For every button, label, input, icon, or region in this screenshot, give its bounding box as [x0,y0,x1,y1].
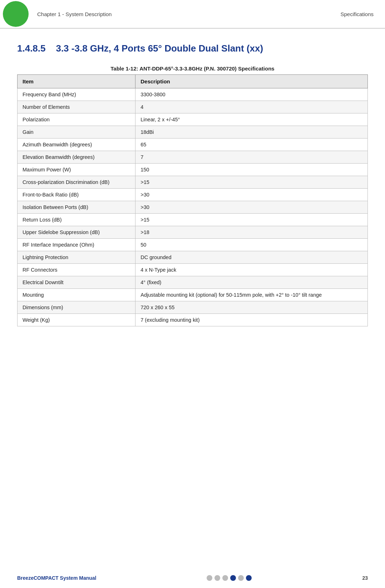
footer-dot [207,575,212,581]
table-cell-description: Adjustable mounting kit (optional) for 5… [135,289,368,301]
section-title: 1.4.8.5 3.3 -3.8 GHz, 4 Ports 65° Double… [17,43,368,54]
table-cell-item: Weight (Kg) [18,314,135,326]
table-cell-item: Front-to-Back Ratio (dB) [18,189,135,201]
table-row: MountingAdjustable mounting kit (optiona… [18,289,368,301]
table-row: Maximum Power (W)150 [18,164,368,176]
table-cell-item: Azimuth Beamwidth (degrees) [18,139,135,151]
footer-dot [222,575,228,581]
table-cell-item: RF Interface Impedance (Ohm) [18,239,135,251]
footer-dot [214,575,220,581]
table-cell-item: Elevation Beamwidth (degrees) [18,151,135,164]
table-row: PolarizationLinear, 2 x +/-45° [18,113,368,126]
table-cell-item: Electrical Downtilt [18,276,135,289]
table-cell-description: 720 x 260 x 55 [135,301,368,314]
table-cell-description: 7 (excluding mounting kit) [135,314,368,326]
table-cell-description: 50 [135,239,368,251]
table-cell-description: >18 [135,226,368,239]
table-cell-description: 3300-3800 [135,88,368,101]
table-cell-description: DC grounded [135,251,368,264]
table-caption: Table 1-12: ANT-DDP-65°-3.3-3.8GHz (P.N.… [17,65,368,72]
table-cell-description: 7 [135,151,368,164]
footer-dot [246,575,252,581]
table-cell-description: 18dBi [135,126,368,139]
table-cell-description: >15 [135,176,368,189]
table-cell-item: Frequency Band (MHz) [18,88,135,101]
table-cell-item: Cross-polarization Discrimination (dB) [18,176,135,189]
footer-page: 23 [362,575,368,581]
table-cell-item: Polarization [18,113,135,126]
header-left: Chapter 1 - System Description [0,1,112,27]
page-header: Chapter 1 - System Description Specifica… [0,0,385,29]
footer-dots [207,575,252,581]
table-row: Azimuth Beamwidth (degrees)65 [18,139,368,151]
table-cell-description: 150 [135,164,368,176]
table-row: Dimensions (mm)720 x 260 x 55 [18,301,368,314]
logo-circle [3,1,29,27]
col-item: Item [18,75,135,88]
footer-dot [230,575,236,581]
table-row: Electrical Downtilt4° (fixed) [18,276,368,289]
table-row: Front-to-Back Ratio (dB)>30 [18,189,368,201]
table-cell-description: 4° (fixed) [135,276,368,289]
table-row: Return Loss (dB)>15 [18,214,368,226]
table-cell-item: Number of Elements [18,101,135,113]
footer-brand: BreezeCOMPACT System Manual [17,575,96,581]
table-row: Frequency Band (MHz)3300-3800 [18,88,368,101]
table-cell-description: >30 [135,201,368,214]
table-row: RF Connectors4 x N-Type jack [18,264,368,276]
table-cell-item: Isolation Between Ports (dB) [18,201,135,214]
header-section: Specifications [340,11,374,17]
table-cell-item: Dimensions (mm) [18,301,135,314]
table-row: Elevation Beamwidth (degrees)7 [18,151,368,164]
table-cell-item: RF Connectors [18,264,135,276]
table-cell-item: Return Loss (dB) [18,214,135,226]
table-cell-item: Maximum Power (W) [18,164,135,176]
table-row: Lightning ProtectionDC grounded [18,251,368,264]
table-cell-description: Linear, 2 x +/-45° [135,113,368,126]
table-cell-item: Mounting [18,289,135,301]
spec-table: Item Description Frequency Band (MHz)330… [17,74,368,326]
footer-dot [238,575,244,581]
table-cell-item: Lightning Protection [18,251,135,264]
table-row: Cross-polarization Discrimination (dB)>1… [18,176,368,189]
table-cell-description: 65 [135,139,368,151]
table-row: Upper Sidelobe Suppression (dB)>18 [18,226,368,239]
table-row: Gain18dBi [18,126,368,139]
table-cell-description: >15 [135,214,368,226]
table-cell-item: Gain [18,126,135,139]
table-row: Weight (Kg)7 (excluding mounting kit) [18,314,368,326]
page-footer: BreezeCOMPACT System Manual 23 [0,575,385,581]
table-row: Isolation Between Ports (dB)>30 [18,201,368,214]
table-row: RF Interface Impedance (Ohm)50 [18,239,368,251]
header-chapter: Chapter 1 - System Description [37,11,112,17]
table-cell-description: 4 [135,101,368,113]
table-header-row: Item Description [18,75,368,88]
table-cell-item: Upper Sidelobe Suppression (dB) [18,226,135,239]
section-number: 1.4.8.5 [17,43,46,54]
table-cell-description: 4 x N-Type jack [135,264,368,276]
section-heading: 3.3 -3.8 GHz, 4 Ports 65° Double Dual Sl… [56,43,263,54]
table-row: Number of Elements4 [18,101,368,113]
main-content: 1.4.8.5 3.3 -3.8 GHz, 4 Ports 65° Double… [0,29,385,348]
table-cell-description: >30 [135,189,368,201]
col-description: Description [135,75,368,88]
